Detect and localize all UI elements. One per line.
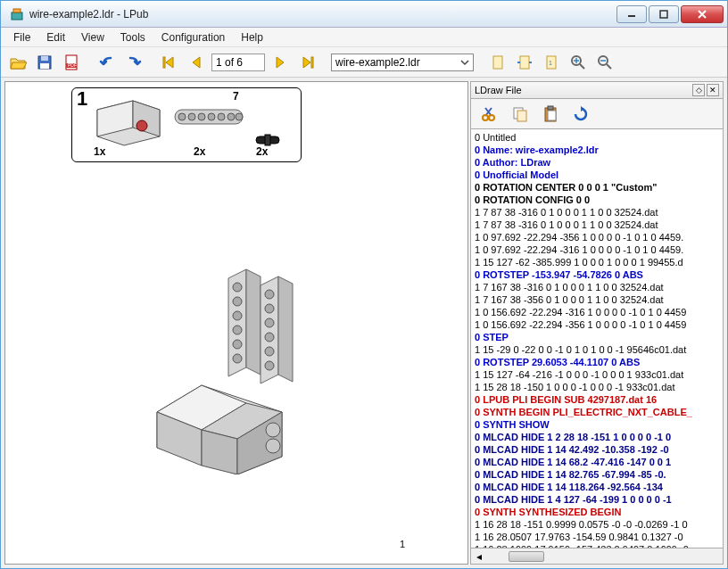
open-icon[interactable] bbox=[6, 51, 29, 74]
ldraw-text-content[interactable]: 0 Untitled0 Name: wire-example2.ldr0 Aut… bbox=[470, 129, 724, 548]
ldraw-line[interactable]: 1 7 87 38 -316 0 1 0 0 0 1 1 0 0 32524.d… bbox=[475, 206, 719, 219]
save-icon[interactable] bbox=[33, 51, 56, 74]
menu-edit[interactable]: Edit bbox=[39, 29, 72, 45]
ldraw-line[interactable]: 0 MLCAD HIDE 1 14 42.492 -10.358 -192 -0 bbox=[475, 443, 719, 456]
pli-part-motor bbox=[88, 92, 169, 149]
ldraw-line[interactable]: 0 MLCAD HIDE 1 14 82.765 -67.994 -85 -0. bbox=[475, 468, 719, 481]
pli-count-2: 2x bbox=[194, 145, 205, 158]
svg-point-46 bbox=[265, 347, 274, 356]
first-page-icon[interactable] bbox=[158, 51, 181, 74]
fit-width-icon[interactable] bbox=[513, 51, 536, 74]
ldraw-line[interactable]: 1 15 127 -64 -216 -1 0 0 0 -1 0 0 0 1 93… bbox=[475, 368, 719, 381]
refresh-icon[interactable] bbox=[569, 103, 592, 126]
menu-configuration[interactable]: Configuration bbox=[154, 29, 232, 45]
close-button[interactable] bbox=[681, 5, 724, 23]
svg-rect-6 bbox=[40, 63, 49, 69]
ldraw-line[interactable]: 0 ROTSTEP 29.6053 -44.1107 0 ABS bbox=[475, 356, 719, 368]
svg-point-28 bbox=[228, 113, 235, 120]
ldraw-line[interactable]: 0 SYNTH SHOW bbox=[475, 418, 719, 431]
cut-icon[interactable] bbox=[478, 103, 501, 126]
menubar: File Edit View Tools Configuration Help bbox=[1, 28, 727, 47]
ldraw-line[interactable]: 0 ROTSTEP -153.947 -54.7826 0 ABS bbox=[475, 268, 719, 281]
svg-rect-5 bbox=[41, 56, 48, 61]
svg-rect-2 bbox=[628, 15, 635, 17]
dock-close-button[interactable]: ✕ bbox=[707, 84, 719, 96]
copy-icon[interactable] bbox=[509, 103, 532, 126]
menu-tools[interactable]: Tools bbox=[113, 29, 153, 45]
titlebar: wire-example2.ldr - LPub bbox=[1, 1, 727, 28]
model-select[interactable]: wire-example2.ldr bbox=[331, 54, 474, 71]
ldraw-line[interactable]: 1 15 28 18 -150 1 0 0 0 -1 0 0 0 -1 933c… bbox=[475, 381, 719, 393]
zoom-out-icon[interactable] bbox=[593, 51, 616, 74]
ldraw-line[interactable]: 1 7 87 38 -316 0 1 0 0 0 1 1 0 0 32524.d… bbox=[475, 219, 719, 231]
pli-count-3: 2x bbox=[256, 145, 268, 158]
ldraw-line[interactable]: 1 0 97.692 -22.294 -356 1 0 0 0 0 -1 0 1… bbox=[475, 231, 719, 243]
model-select-value: wire-example2.ldr bbox=[335, 56, 420, 69]
ldraw-line[interactable]: 0 Author: LDraw bbox=[475, 156, 719, 169]
ldraw-line[interactable]: 1 7 167 38 -356 0 1 0 0 0 1 1 0 0 32524.… bbox=[475, 293, 719, 306]
ldraw-line[interactable]: 0 LPUB PLI BEGIN SUB 4297187.dat 16 bbox=[475, 393, 719, 406]
ldraw-line[interactable]: 0 ROTATION CENTER 0 0 0 1 "Custom" bbox=[475, 181, 719, 194]
ldraw-line[interactable]: 1 16 28.0507 17.9763 -154.59 0.9841 0.13… bbox=[475, 531, 719, 543]
svg-point-37 bbox=[233, 326, 242, 334]
horizontal-scrollbar[interactable]: ◂ bbox=[470, 548, 724, 565]
ldraw-line[interactable]: 1 15 127 -62 -385.999 1 0 0 0 1 0 0 0 1 … bbox=[475, 256, 719, 268]
svg-text:1: 1 bbox=[549, 60, 552, 66]
menu-file[interactable]: File bbox=[6, 29, 37, 45]
ldraw-line[interactable]: 0 MLCAD HIDE 1 2 28 18 -151 1 0 0 0 0 -1… bbox=[475, 431, 719, 443]
maximize-button[interactable] bbox=[649, 5, 679, 23]
svg-point-23 bbox=[178, 113, 186, 120]
ldraw-line[interactable]: 1 16 28 18 -151 0.9999 0.0575 -0 -0 -0.0… bbox=[475, 518, 719, 531]
svg-point-42 bbox=[265, 290, 274, 299]
ldraw-line[interactable]: 1 7 167 38 -316 0 1 0 0 0 1 1 0 0 32524.… bbox=[475, 281, 719, 293]
svg-text:PDF: PDF bbox=[68, 62, 77, 68]
svg-point-27 bbox=[218, 113, 225, 120]
dock-float-button[interactable]: ◇ bbox=[692, 84, 705, 96]
ldraw-line[interactable]: 0 Untitled bbox=[475, 131, 719, 144]
dock-toolbar bbox=[470, 99, 724, 129]
chevron-down-icon bbox=[460, 58, 469, 67]
pli-length-label: 7 bbox=[233, 90, 239, 103]
ldraw-line[interactable]: 0 ROTATION CONFIG 0 0 bbox=[475, 194, 719, 206]
assembly-image bbox=[139, 260, 335, 474]
pli-count-1: 1x bbox=[94, 145, 105, 158]
ldraw-line[interactable]: 0 MLCAD HIDE 1 14 68.2 -47.416 -147 0 0 … bbox=[475, 456, 719, 468]
next-page-icon[interactable] bbox=[269, 51, 292, 74]
svg-point-35 bbox=[233, 297, 242, 306]
page-input[interactable] bbox=[211, 54, 265, 71]
svg-point-43 bbox=[265, 304, 274, 313]
svg-point-45 bbox=[265, 333, 274, 342]
ldraw-line[interactable]: 1 15 -29 0 -22 0 0 -1 0 1 0 1 0 0 -1 956… bbox=[475, 343, 719, 356]
prev-page-icon[interactable] bbox=[185, 51, 208, 74]
ldraw-line[interactable]: 1 0 156.692 -22.294 -356 1 0 0 0 0 -1 0 … bbox=[475, 318, 719, 331]
last-page-icon[interactable] bbox=[295, 51, 318, 74]
zoom-in-icon[interactable] bbox=[567, 51, 590, 74]
ldraw-line[interactable]: 0 Unofficial Model bbox=[475, 169, 719, 181]
ldraw-line[interactable]: 0 MLCAD HIDE 1 4 127 -64 -199 1 0 0 0 0 … bbox=[475, 493, 719, 506]
undo-icon[interactable] bbox=[95, 51, 119, 74]
export-pdf-icon[interactable]: PDF bbox=[60, 51, 83, 74]
minimize-button[interactable] bbox=[616, 5, 647, 23]
ldraw-line[interactable]: 0 Name: wire-example2.ldr bbox=[475, 144, 719, 156]
paste-icon[interactable] bbox=[539, 103, 562, 126]
redo-icon[interactable] bbox=[122, 51, 145, 74]
ldraw-line[interactable]: 0 MLCAD HIDE 1 14 118.264 -92.564 -134 bbox=[475, 481, 719, 493]
svg-point-24 bbox=[188, 113, 195, 120]
ldraw-line[interactable]: 1 0 97.692 -22.294 -316 1 0 0 0 0 -1 0 1… bbox=[475, 243, 719, 256]
menu-help[interactable]: Help bbox=[234, 29, 270, 45]
svg-rect-13 bbox=[520, 56, 529, 69]
ldraw-file-panel: LDraw File ◇ ✕ 0 Untitled0 Name: wire-ex… bbox=[470, 81, 724, 565]
ldraw-line[interactable]: 0 STEP bbox=[475, 331, 719, 343]
ldraw-line[interactable]: 0 SYNTH BEGIN PLI_ELECTRIC_NXT_CABLE_ bbox=[475, 406, 719, 418]
page-view[interactable]: 1 1x 7 bbox=[4, 81, 468, 565]
ldraw-line[interactable]: 0 SYNTH SYNTHESIZED BEGIN bbox=[475, 506, 719, 518]
svg-rect-10 bbox=[163, 57, 165, 68]
menu-view[interactable]: View bbox=[74, 29, 112, 45]
svg-rect-12 bbox=[493, 56, 502, 69]
svg-rect-1 bbox=[13, 9, 21, 12]
svg-rect-0 bbox=[12, 12, 22, 20]
svg-rect-3 bbox=[660, 11, 667, 18]
ldraw-line[interactable]: 1 0 156.692 -22.294 -316 1 0 0 0 0 -1 0 … bbox=[475, 306, 719, 318]
actual-size-icon[interactable]: 1 bbox=[540, 51, 563, 74]
fit-page-icon[interactable] bbox=[486, 51, 509, 74]
